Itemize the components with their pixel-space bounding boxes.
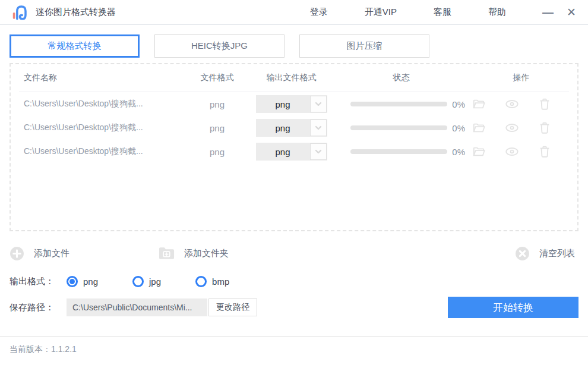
progress-percent: 0% [452, 123, 465, 133]
start-convert-button[interactable]: 开始转换 [448, 297, 578, 318]
delete-trash-icon[interactable] [538, 98, 551, 111]
progress-percent: 0% [452, 147, 465, 157]
radio-bmp-label: bmp [212, 276, 229, 287]
output-format-select[interactable]: png [256, 143, 327, 161]
tab-bar: 常规格式转换 HEIC转换JPG 图片压缩 [10, 34, 578, 58]
radio-jpg[interactable] [132, 276, 144, 287]
tab-regular-convert[interactable]: 常规格式转换 [10, 34, 140, 58]
title-bar: 迷你图片格式转换器 登录 开通VIP 客服 帮助 — ✕ [0, 0, 588, 25]
table-header-row: 文件名称 文件格式 输出文件格式 状态 操作 [11, 64, 577, 92]
progress-bar [350, 149, 447, 154]
table-row: C:\Users\User\Desktop\搜狗截... png png 0% [11, 92, 577, 116]
chevron-down-icon[interactable] [310, 143, 327, 160]
folder-plus-icon [159, 246, 175, 260]
nav-customer-service[interactable]: 客服 [434, 7, 451, 18]
header-file-format: 文件格式 [189, 73, 245, 83]
header-file-name: 文件名称 [11, 73, 189, 83]
change-path-button[interactable]: 更改路径 [208, 298, 257, 316]
open-folder-icon[interactable] [472, 98, 485, 111]
app-title: 迷你图片格式转换器 [36, 7, 116, 18]
nav-help[interactable]: 帮助 [488, 7, 506, 18]
output-format-value: png [256, 99, 310, 109]
radio-png-label: png [83, 276, 98, 287]
file-path: C:\Users\User\Desktop\搜狗截... [11, 99, 189, 109]
header-output-format: 输出文件格式 [245, 73, 337, 83]
output-format-value: png [256, 123, 310, 133]
tab-heic-to-jpg[interactable]: HEIC转换JPG [154, 34, 284, 58]
output-format-select[interactable]: png [256, 119, 327, 137]
top-nav: 登录 开通VIP 客服 帮助 [310, 7, 506, 18]
file-path: C:\Users\User\Desktop\搜狗截... [11, 122, 189, 133]
progress-bar [350, 102, 447, 106]
open-folder-icon[interactable] [472, 145, 485, 158]
list-actions: 添加文件 添加文件夹 清空列表 [10, 244, 578, 262]
table-row: C:\Users\User\Desktop\搜狗截... png png 0% [11, 116, 577, 140]
chevron-down-icon[interactable] [310, 96, 327, 112]
clear-list-button[interactable]: 清空列表 [515, 246, 575, 261]
add-folder-label: 添加文件夹 [184, 248, 229, 259]
progress-bar [350, 125, 447, 130]
preview-eye-icon[interactable] [505, 98, 519, 111]
save-path-field[interactable]: C:\Users\Public\Documents\Mi... [67, 298, 207, 316]
clear-list-label: 清空列表 [539, 248, 575, 259]
minimize-icon[interactable]: — [542, 7, 554, 18]
table-row: C:\Users\User\Desktop\搜狗截... png png 0% [11, 140, 577, 164]
radio-option-bmp[interactable]: bmp [195, 276, 229, 287]
radio-bmp[interactable] [195, 276, 207, 287]
add-file-button[interactable]: 添加文件 [10, 246, 69, 261]
circle-x-icon [515, 246, 530, 261]
radio-png[interactable] [67, 276, 78, 287]
delete-trash-icon[interactable] [538, 145, 551, 158]
output-format-value: png [256, 147, 310, 157]
nav-vip[interactable]: 开通VIP [365, 7, 397, 18]
output-format-row: 输出格式： png jpg bmp [10, 273, 578, 290]
radio-option-jpg[interactable]: jpg [132, 276, 161, 287]
save-path-label: 保存路径： [10, 302, 67, 313]
file-format: png [189, 147, 245, 157]
output-format-select[interactable]: png [256, 95, 327, 113]
nav-login[interactable]: 登录 [310, 7, 328, 18]
file-list-panel: 文件名称 文件格式 输出文件格式 状态 操作 C:\Users\User\Des… [10, 63, 578, 231]
file-format: png [189, 123, 245, 133]
window-controls: — ✕ [542, 7, 577, 18]
file-format: png [189, 99, 245, 109]
add-folder-button[interactable]: 添加文件夹 [159, 246, 229, 260]
add-file-label: 添加文件 [34, 248, 69, 259]
preview-eye-icon[interactable] [505, 145, 519, 158]
footer: 当前版本：1.1.2.1 [0, 336, 588, 363]
chevron-down-icon[interactable] [310, 120, 327, 136]
output-format-label: 输出格式： [10, 276, 67, 287]
delete-trash-icon[interactable] [538, 121, 551, 134]
radio-jpg-label: jpg [149, 276, 161, 287]
circle-plus-icon [10, 246, 24, 261]
header-operations: 操作 [465, 73, 577, 83]
version-value: 1.1.2.1 [51, 344, 77, 354]
save-path-row: 保存路径： C:\Users\Public\Documents\Mi... 更改… [10, 297, 578, 318]
progress-percent: 0% [452, 99, 465, 109]
tab-image-compress[interactable]: 图片压缩 [299, 34, 429, 58]
header-status: 状态 [337, 73, 465, 83]
app-logo-icon [11, 4, 29, 21]
open-folder-icon[interactable] [472, 121, 485, 134]
preview-eye-icon[interactable] [505, 121, 519, 134]
file-path: C:\Users\User\Desktop\搜狗截... [11, 146, 189, 157]
radio-option-png[interactable]: png [67, 276, 98, 287]
version-label: 当前版本： [10, 344, 51, 354]
close-icon[interactable]: ✕ [565, 7, 577, 18]
